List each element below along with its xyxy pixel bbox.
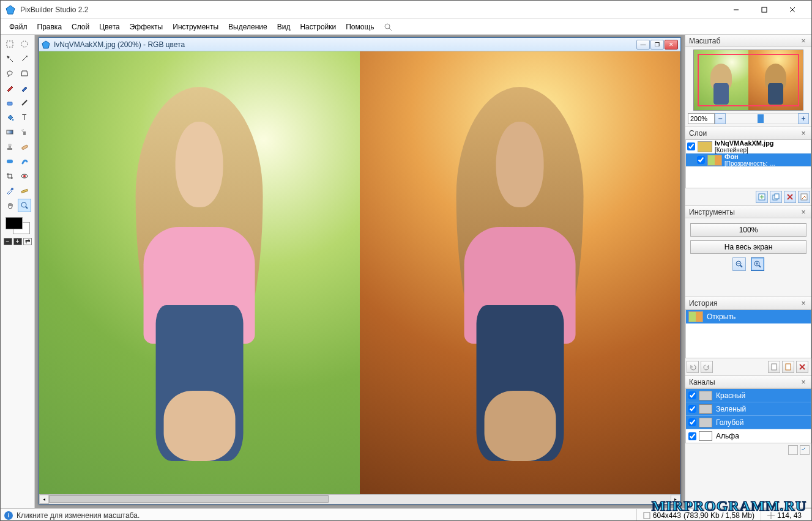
undo-button[interactable] [687,361,699,373]
scroll-left-button[interactable]: ◂ [39,495,49,504]
doc-minimize-button[interactable]: — [636,40,650,50]
menu-help[interactable]: Помощь [341,21,379,33]
layer-visibility-checkbox[interactable] [697,156,705,164]
doc-maximize-button[interactable]: ❐ [650,40,664,50]
brush-tool[interactable] [18,81,31,95]
line-tool[interactable] [18,96,31,109]
crop-tool[interactable] [3,169,17,183]
hand-tool[interactable] [3,199,17,212]
text-tool[interactable]: T [18,111,31,124]
menu-layer[interactable]: Слой [67,21,94,33]
channels-close-icon[interactable]: × [799,378,808,386]
channel-row-red[interactable]: Красный [686,389,811,402]
history-item[interactable]: Открыть [686,310,811,323]
new-layer-button[interactable] [756,191,768,203]
shape-tool[interactable] [3,155,17,168]
redeye-tool[interactable] [18,169,31,183]
navigator-close-icon[interactable]: × [799,37,808,45]
eraser-tool[interactable] [3,96,17,109]
menu-view[interactable]: Вид [272,21,296,33]
pencil-tool[interactable] [3,81,17,95]
channel-button-2[interactable] [800,445,810,455]
gradient-tool[interactable] [3,125,17,139]
layer-visibility-checkbox[interactable] [687,142,695,150]
layer-row[interactable]: IvNqVMAakXM.jpg[Контейнер] [686,140,811,153]
close-button[interactable] [778,1,806,19]
scroll-thumb[interactable] [49,495,329,503]
minimize-button[interactable] [722,1,750,19]
swatch-minus[interactable]: − [4,238,12,245]
menu-colors[interactable]: Цвета [94,21,124,33]
scroll-right-button[interactable]: ▸ [671,495,680,504]
menubar: Файл Правка Слой Цвета Эффекты Инструмен… [1,19,811,35]
eyedropper-tool[interactable] [3,184,17,198]
fg-color[interactable] [6,217,23,229]
measure-tool[interactable] [18,184,31,198]
layers-close-icon[interactable]: × [799,129,808,138]
stamp-tool[interactable] [3,140,17,153]
spray-tool[interactable] [18,125,31,139]
zoom-out-button[interactable]: − [715,113,726,124]
document-h-scrollbar[interactable]: ◂ ▸ [39,494,680,504]
channel-row-alpha[interactable]: Альфа [686,429,811,443]
history-delete-button[interactable] [796,361,808,373]
zoom-100-button[interactable]: 100% [690,223,806,237]
menu-file[interactable]: Файл [4,21,32,33]
lasso-tool[interactable] [3,67,17,80]
navigator-viewport-rect[interactable] [698,54,799,106]
navigator-thumbnail[interactable] [693,50,803,111]
zoom-slider[interactable] [726,113,798,124]
history-close-icon[interactable]: × [799,299,808,308]
smudge-tool[interactable] [18,155,31,168]
channel-checkbox[interactable] [688,391,696,399]
rect-select-tool[interactable] [3,37,17,51]
heal-tool[interactable] [18,140,31,153]
channel-checkbox[interactable] [688,432,696,440]
menu-tools[interactable]: Инструменты [168,21,223,33]
color-swatch[interactable] [4,216,31,235]
menu-effects[interactable]: Эффекты [125,21,168,33]
svg-rect-7 [7,41,13,47]
history-new-button[interactable] [768,361,780,373]
channel-checkbox[interactable] [688,418,696,426]
menu-edit[interactable]: Правка [32,21,67,33]
document-titlebar[interactable]: IvNqVMAakXM.jpg (200%) - RGB цвета — ❐ ✕ [39,38,680,51]
channel-row-green[interactable]: Зеленый [686,402,811,416]
history-snapshot-button[interactable] [782,361,794,373]
tools-close-icon[interactable]: × [799,208,808,216]
svg-point-15 [12,119,14,121]
channels-title: Каналы [689,378,715,386]
fit-screen-button[interactable]: На весь экран [690,240,806,254]
zoom-tool[interactable] [18,199,31,212]
channel-button-1[interactable] [788,445,798,455]
channel-checkbox[interactable] [688,405,696,413]
redo-button[interactable] [701,361,713,373]
move-tool[interactable] [3,52,17,65]
free-transform-tool[interactable] [18,67,31,80]
channel-row-blue[interactable]: Голубой [686,416,811,429]
document-canvas[interactable] [39,51,680,494]
zoom-out-tool-button[interactable] [732,257,746,271]
channel-label: Красный [716,391,745,400]
swatch-plus[interactable]: + [13,238,22,245]
doc-close-button[interactable]: ✕ [665,40,678,50]
layer-row[interactable]: Фон[Прозрачность: … [686,153,811,167]
swatch-swap[interactable]: ⇄ [23,238,32,245]
layer-properties-button[interactable] [798,191,810,203]
dimensions-icon [643,512,650,519]
magic-wand-tool[interactable] [18,52,31,65]
search-icon[interactable] [383,22,393,32]
zoom-in-button[interactable]: + [798,113,809,124]
menu-select[interactable]: Выделение [223,21,272,33]
svg-point-24 [8,144,12,146]
svg-point-19 [21,130,22,130]
menu-settings[interactable]: Настройки [295,21,341,33]
maximize-button[interactable] [750,1,778,19]
duplicate-layer-button[interactable] [770,191,782,203]
ellipse-select-tool[interactable] [18,37,31,51]
zoom-in-tool-button[interactable] [751,257,764,271]
delete-layer-button[interactable] [784,191,796,203]
fill-tool[interactable] [3,111,17,124]
zoom-input[interactable] [688,113,715,124]
status-hint: Кликните для изменения масштаба. [17,511,140,520]
